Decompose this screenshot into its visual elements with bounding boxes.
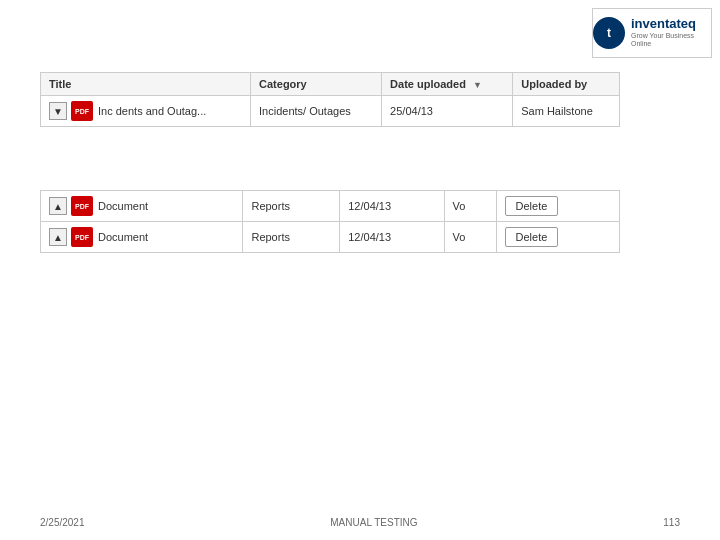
- second-table-section: ▲ PDF Document Reports 12/04/13 Vo Delet…: [40, 190, 620, 253]
- table-row: ▲ PDF Document Reports 12/04/13 Vo Delet…: [41, 222, 620, 253]
- col-title: Title: [41, 73, 251, 96]
- title-cell: ▲ PDF Document: [41, 222, 243, 253]
- uploaded-by-cell: Vo: [444, 191, 496, 222]
- second-table: ▲ PDF Document Reports 12/04/13 Vo Delet…: [40, 190, 620, 253]
- title-cell: ▼ PDF Inc dents and Outag...: [41, 96, 251, 127]
- uploaded-by-cell: Vo: [444, 222, 496, 253]
- logo-text: inventateq Grow Your Business Online: [631, 17, 711, 48]
- title-text: Document: [98, 200, 148, 212]
- footer-date: 2/25/2021: [40, 517, 85, 528]
- logo-icon: t: [593, 17, 625, 49]
- table-header-row: Title Category Date uploaded ▼ Uploaded …: [41, 73, 620, 96]
- title-text: Inc dents and Outag...: [98, 105, 206, 117]
- title-cell: ▲ PDF Document: [41, 191, 243, 222]
- footer-center: MANUAL TESTING: [330, 517, 417, 528]
- action-cell: Delete: [496, 222, 619, 253]
- logo-brand-name: inventateq: [631, 17, 711, 31]
- sort-arrow-icon: ▼: [473, 80, 482, 90]
- footer-page-number: 113: [663, 517, 680, 528]
- pdf-icon: PDF: [71, 101, 93, 121]
- table-row: ▼ PDF Inc dents and Outag... Incidents/ …: [41, 96, 620, 127]
- svg-text:t: t: [607, 26, 611, 40]
- col-date-uploaded[interactable]: Date uploaded ▼: [382, 73, 513, 96]
- row-toggle-button[interactable]: ▲: [49, 228, 67, 246]
- category-cell: Reports: [243, 191, 340, 222]
- category-cell: Reports: [243, 222, 340, 253]
- title-text: Document: [98, 231, 148, 243]
- col-category: Category: [251, 73, 382, 96]
- footer: 2/25/2021 MANUAL TESTING 113: [0, 517, 720, 528]
- uploaded-by-cell: Sam Hailstone: [513, 96, 620, 127]
- row-toggle-button[interactable]: ▼: [49, 102, 67, 120]
- table-row: ▲ PDF Document Reports 12/04/13 Vo Delet…: [41, 191, 620, 222]
- logo-container: t inventateq Grow Your Business Online: [592, 8, 712, 58]
- col-uploaded-by: Uploaded by: [513, 73, 620, 96]
- action-cell: Delete: [496, 191, 619, 222]
- first-table: Title Category Date uploaded ▼ Uploaded …: [40, 72, 620, 127]
- row-toggle-button[interactable]: ▲: [49, 197, 67, 215]
- logo-tagline: Grow Your Business Online: [631, 32, 711, 49]
- pdf-icon: PDF: [71, 227, 93, 247]
- delete-button[interactable]: Delete: [505, 227, 559, 247]
- delete-button[interactable]: Delete: [505, 196, 559, 216]
- pdf-icon: PDF: [71, 196, 93, 216]
- date-cell: 25/04/13: [382, 96, 513, 127]
- category-cell: Incidents/ Outages: [251, 96, 382, 127]
- first-table-section: Title Category Date uploaded ▼ Uploaded …: [40, 72, 620, 127]
- date-cell: 12/04/13: [340, 191, 444, 222]
- date-cell: 12/04/13: [340, 222, 444, 253]
